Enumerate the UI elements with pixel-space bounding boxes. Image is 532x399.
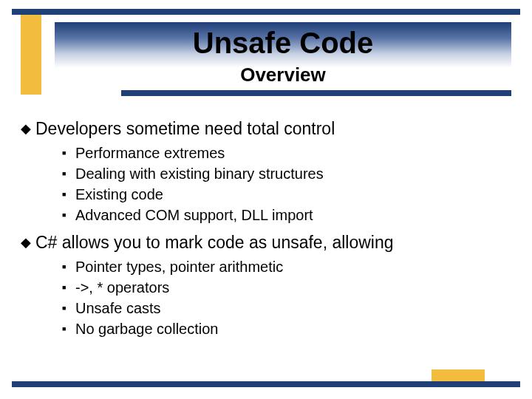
bullet-text: No garbage collection [75,319,218,338]
bottom-accent-bar [432,369,485,381]
title-block: Unsafe Code Overview [55,22,511,93]
bullet-lvl2: ■ Performance extremes [62,143,511,163]
slide-title: Unsafe Code [55,27,511,60]
square-bullet-icon: ■ [62,257,75,276]
bullet-lvl2: ■ Advanced COM support, DLL import [62,205,511,225]
bullet-lvl1: ◆ C# allows you to mark code as unsafe, … [21,232,511,253]
slide: Unsafe Code Overview ◆ Developers someti… [0,0,532,399]
square-bullet-icon: ■ [62,205,75,225]
bullet-text: Existing code [75,185,163,204]
square-bullet-icon: ■ [62,164,75,183]
bullet-text: Performance extremes [75,143,225,163]
bullet-lvl2: ■ No garbage collection [62,319,511,338]
bullet-text: C# allows you to mark code as unsafe, al… [35,232,394,253]
bullet-lvl2: ■ Dealing with existing binary structure… [62,164,511,183]
square-bullet-icon: ■ [62,185,75,204]
bullet-lvl2: ■ Unsafe casts [62,299,511,318]
bullet-text: Pointer types, pointer arithmetic [75,257,283,276]
top-border-bar [12,9,520,15]
slide-subtitle: Overview [55,64,511,86]
diamond-bullet-icon: ◆ [21,118,35,139]
square-bullet-icon: ■ [62,319,75,338]
left-accent-bar [21,15,41,95]
bullet-lvl2: ■ Existing code [62,185,511,204]
bullet-text: ->, * operators [75,278,169,297]
bullet-text: Developers sometime need total control [35,118,335,139]
bullet-text: Advanced COM support, DLL import [75,205,313,225]
content-area: ◆ Developers sometime need total control… [21,111,511,340]
bullet-text: Unsafe casts [75,299,161,318]
square-bullet-icon: ■ [62,299,75,318]
square-bullet-icon: ■ [62,278,75,297]
bullet-lvl2: ■ ->, * operators [62,278,511,297]
title-underline [121,90,511,96]
bullet-lvl1: ◆ Developers sometime need total control [21,118,511,139]
square-bullet-icon: ■ [62,143,75,163]
bullet-text: Dealing with existing binary structures [75,164,324,183]
diamond-bullet-icon: ◆ [21,232,35,253]
bottom-border-bar [12,381,520,387]
bullet-lvl2: ■ Pointer types, pointer arithmetic [62,257,511,276]
